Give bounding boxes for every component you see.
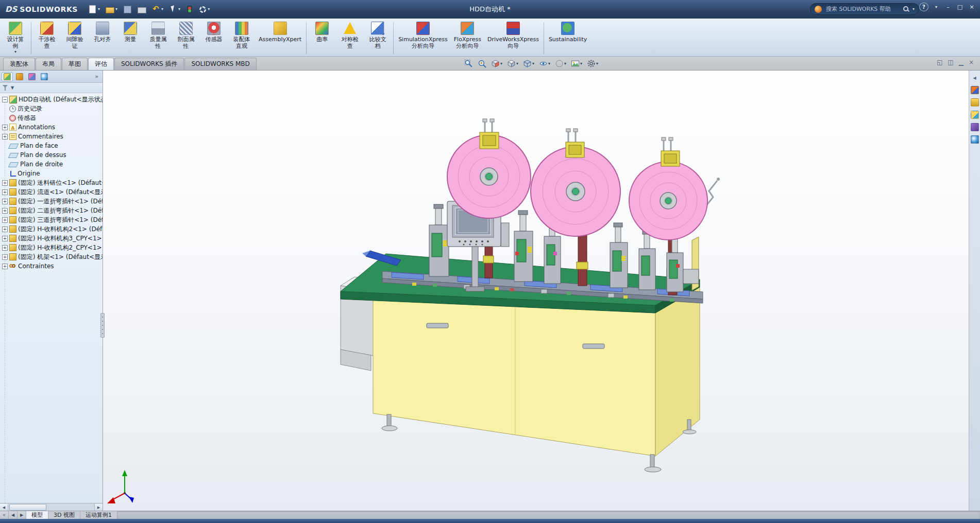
driveworksxpress-button[interactable]: DriveWorksXpress向导 [484,20,542,56]
tree-horizontal-scrollbar[interactable]: ◀ ▶ [0,503,103,511]
design-study-button[interactable]: 设计算例▾ [2,20,29,56]
command-tab-草图[interactable]: 草图 [62,58,88,70]
rebuild-button[interactable] [184,3,195,16]
scroll-left-icon[interactable]: ◀ [0,504,8,511]
tree-item[interactable]: +(固定) 送料错位<1> (Défaut<显示状态-1>) [0,178,103,187]
expand-plus-icon[interactable]: + [2,217,8,223]
expand-plus-icon[interactable]: + [2,134,8,140]
doc-close-icon[interactable]: × [969,59,974,65]
search-icon[interactable] [903,6,909,12]
mass-properties-button[interactable]: 质量属性 [144,20,172,56]
appearances-icon[interactable] [971,135,979,144]
expand-plus-icon[interactable]: + [2,236,8,241]
sustainability-button[interactable]: Sustainability [546,20,590,56]
tree-item[interactable]: +(固定) H-收料机构2<1> (Défaut<显示状态-1>) [0,224,103,234]
undo-button[interactable]: ▾ [150,3,165,16]
panel-tab-featuremanager[interactable] [2,72,13,81]
sensor-button[interactable]: 传感器 [200,20,228,56]
view-nav-icon[interactable]: ▶ [18,511,26,519]
window-close-icon[interactable]: × [968,3,976,11]
tree-item[interactable]: −HDD自动机 (Défaut<显示状态-1>) [0,95,103,104]
tree-item[interactable]: +(固定) 机架<1> (Défaut<显示状态-1>) [0,252,103,262]
expand-plus-icon[interactable]: + [2,199,8,204]
panel-tab-displaymanager[interactable] [39,72,50,81]
apply-scene-button[interactable]: ▾ [569,58,584,69]
press-unit[interactable] [514,211,533,282]
command-tab-装配体[interactable]: 装配体 [3,58,35,70]
zoom-area-button[interactable] [476,58,488,69]
hole-align-button[interactable]: 孔对齐 [89,20,116,56]
model-cabinet[interactable] [373,287,700,472]
press-unit[interactable] [610,223,628,288]
tree-item[interactable]: +Contraintes [0,262,103,271]
tree-item[interactable]: Plan de face [0,141,103,150]
section-properties-button[interactable]: 剖面属性 [172,20,200,56]
display-style-button[interactable]: ▾ [521,58,536,69]
panel-tabs-overflow[interactable]: » [95,73,101,80]
tree-item[interactable]: +(固定) 流道<1> (Défaut<显示状态-1>) [0,187,103,197]
tree-item[interactable]: Plan de droite [0,160,103,169]
window-help-icon[interactable]: ? [919,3,928,11]
doc-tile-icon[interactable]: ◫ [948,59,953,65]
tree-item[interactable]: 历史记录 [0,104,103,113]
tree-item[interactable]: +(固定) 二道折弯插针<1> (Défaut<显示状态-1>) [0,206,103,215]
model-reel-right[interactable] [629,162,707,240]
cabinet-handle[interactable] [427,323,448,328]
compare-docs-button[interactable]: 比较文档 [364,20,392,56]
view-nav-icon[interactable]: ◀ [9,511,18,519]
tree-item[interactable]: +(固定) 三道折弯插针<1> (Défaut<显示状态-1>) [0,215,103,224]
expand-plus-icon[interactable]: + [2,189,8,195]
command-tab-评估[interactable]: 评估 [88,58,114,70]
zoom-fit-button[interactable] [463,58,475,69]
assembly-visualization-button[interactable]: 装配体直观 [228,20,256,56]
tree-item[interactable]: +Commentaires [0,132,103,141]
press-unit[interactable] [639,230,655,290]
tree-item[interactable]: +Annotations [0,123,103,132]
view-settings-button[interactable]: ▾ [585,58,600,69]
window-minimize-icon[interactable]: – [944,3,952,11]
panel-splitter-handle[interactable] [100,313,105,338]
doc-minimize-icon[interactable]: ▁ [959,59,964,65]
expand-plus-icon[interactable]: + [2,226,8,232]
tree-item[interactable]: +(固定) H-收料机构3_CPY<1> (Défaut<显示状态-1>) [0,234,103,243]
model-3d-view[interactable] [103,71,969,511]
command-tab-SOLIDWORKS MBD[interactable]: SOLIDWORKS MBD [184,58,256,70]
assembly-xpert-button[interactable]: AssemblyXpert [256,20,305,56]
expand-minus-icon[interactable]: − [2,97,8,102]
hide-show-items-button[interactable]: ▾ [537,58,552,69]
options-button[interactable]: ▾ [197,3,212,16]
expand-plus-icon[interactable]: + [2,254,8,260]
scrollbar-thumb[interactable] [9,504,46,511]
doc-cascade-icon[interactable]: ◱ [937,59,942,65]
window-maximize-icon[interactable]: □ [956,3,964,11]
filter-icon[interactable] [3,84,9,91]
expand-plus-icon[interactable]: + [2,245,8,251]
filter-caret-icon[interactable]: ▼ [11,85,14,90]
open-document-button[interactable]: ▾ [104,3,120,16]
cabinet-handle[interactable] [583,344,604,348]
interference-check-button[interactable]: 干涉检查 [33,20,61,56]
solidworks-help-search-input[interactable] [825,5,900,13]
edit-appearance-button[interactable]: ▾ [553,58,568,69]
search-caret-icon[interactable]: ▾ [913,7,915,11]
view-tab-3D 视图[interactable]: 3D 视图 [48,511,80,519]
view-nav-icon[interactable]: « [0,511,9,519]
new-document-button[interactable]: ▾ [86,3,102,16]
section-view-button[interactable]: ▾ [489,58,504,69]
tree-item[interactable]: 传感器 [0,113,103,123]
expand-plus-icon[interactable]: + [2,264,8,269]
file-explorer-icon[interactable] [971,111,979,119]
expand-plus-icon[interactable]: + [2,208,8,214]
tree-item[interactable]: +(固定) 一道折弯插针<1> (Défaut<显示状态-1>) [0,197,103,206]
panel-tab-configurationmanager[interactable] [26,72,38,81]
clearance-verify-button[interactable]: 间隙验证 [61,20,89,56]
tree-item[interactable]: Plan de dessus [0,150,103,160]
model-reel-middle[interactable] [531,147,620,236]
view-orientation-button[interactable]: ▾ [505,58,520,69]
select-button[interactable]: ▾ [167,3,182,16]
curvature-button[interactable]: 曲率 [308,20,336,56]
command-tab-SOLIDWORKS 插件[interactable]: SOLIDWORKS 插件 [114,58,184,70]
press-unit[interactable] [429,204,449,276]
view-palette-icon[interactable] [971,123,979,131]
scroll-right-icon[interactable]: ▶ [94,504,103,511]
